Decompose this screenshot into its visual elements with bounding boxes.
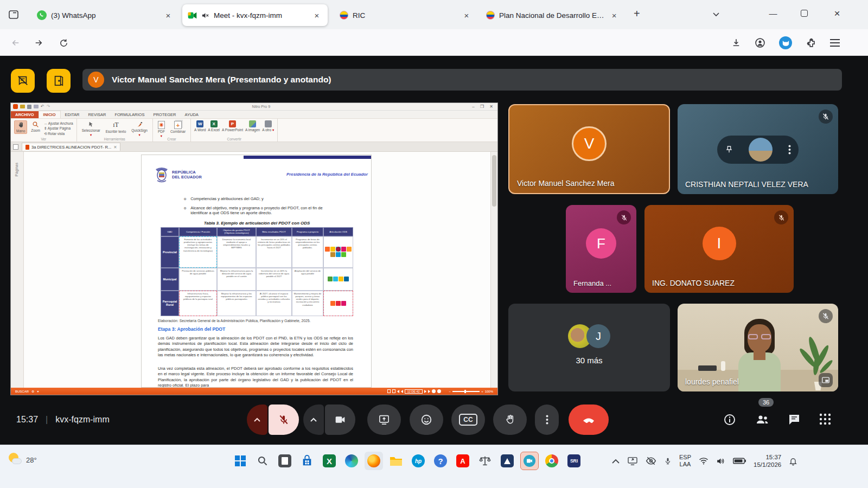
tile-victor[interactable]: V Victor Manuel Sanchez Mera — [508, 104, 670, 194]
extensions-puzzle-icon[interactable] — [803, 35, 819, 51]
buscar-label[interactable]: BUSCAR — [15, 390, 29, 393]
mic-in-use-icon[interactable] — [664, 457, 672, 466]
file-explorer-icon[interactable] — [387, 452, 405, 470]
first-page-icon[interactable] — [397, 390, 399, 393]
get-help-icon[interactable]: ? — [431, 452, 450, 470]
list-tabs-chevron-icon[interactable] — [712, 10, 720, 18]
tab-audio-muted-icon[interactable] — [201, 11, 209, 20]
meeting-details-icon[interactable] — [723, 413, 736, 426]
language-indicator[interactable]: ESPLAA — [679, 454, 691, 468]
layout-icon[interactable] — [387, 389, 391, 393]
downloads-icon[interactable] — [728, 35, 744, 51]
edge-icon[interactable] — [342, 452, 361, 470]
crear-pdf-button[interactable]: ✳ PDF▾ — [156, 120, 167, 139]
notification-bell-icon[interactable] — [789, 457, 797, 466]
close-icon[interactable]: ✕ — [113, 145, 117, 150]
mic-off-button[interactable] — [269, 404, 299, 435]
view-mode-icon[interactable] — [437, 389, 441, 393]
gear-icon[interactable]: ⚙ — [31, 389, 34, 393]
taskbar-weather[interactable]: 28° — [8, 453, 37, 467]
camera-app-active-icon[interactable] — [520, 452, 539, 470]
undo-icon[interactable]: ↶ — [41, 104, 44, 109]
menu-hamburger-icon[interactable] — [827, 35, 843, 51]
more-options-icon[interactable] — [788, 145, 791, 155]
sidebar-toggle-icon[interactable] — [13, 144, 18, 150]
print-icon[interactable] — [34, 105, 39, 108]
present-button[interactable] — [367, 404, 401, 435]
chat-icon[interactable] — [788, 413, 801, 426]
more-options-button[interactable] — [535, 404, 559, 435]
tile-more-participants[interactable]: J 30 más — [508, 304, 670, 391]
start-button-icon[interactable] — [231, 452, 250, 470]
extension-fox-icon[interactable] — [779, 36, 792, 49]
battery-icon[interactable] — [733, 458, 746, 464]
seleccionar-button[interactable]: Seleccionar▾ — [80, 120, 102, 138]
nitro-window-controls[interactable]: – ❒ ✕ — [472, 104, 495, 109]
zoom-in-icon[interactable]: + — [481, 390, 483, 393]
tab-editar[interactable]: EDITAR — [61, 111, 84, 118]
back-icon[interactable] — [8, 35, 24, 51]
close-icon[interactable]: × — [609, 11, 620, 20]
layout-icon[interactable] — [392, 389, 395, 393]
mic-options-chevron-icon[interactable] — [247, 404, 267, 435]
window-restore-button[interactable] — [801, 10, 808, 17]
forward-icon[interactable] — [30, 35, 47, 51]
zoom-out-icon[interactable]: − — [449, 390, 451, 393]
tab-inicio[interactable]: INICIO — [39, 111, 61, 118]
sri-icon[interactable]: SRI — [565, 452, 583, 470]
tray-chevron-icon[interactable] — [612, 459, 620, 464]
reactions-emoji-button[interactable] — [410, 404, 443, 435]
view-mode-icon[interactable] — [432, 389, 436, 393]
ajustar-anchura-button[interactable]: ↔ Ajustar Anchura — [44, 121, 73, 125]
window-close-button[interactable]: × — [828, 8, 846, 20]
annotation-off-icon[interactable] — [11, 69, 35, 93]
next-page-icon[interactable] — [424, 390, 426, 393]
scales-icon[interactable] — [476, 452, 494, 470]
participants-icon[interactable] — [755, 413, 769, 426]
chrome-icon[interactable] — [542, 452, 561, 470]
reload-icon[interactable] — [55, 35, 72, 51]
tile-donato[interactable]: I ING. DONATO SUAREZ — [644, 205, 794, 293]
scrollbar-thumb[interactable] — [492, 155, 496, 207]
vertical-scrollbar[interactable] — [490, 152, 497, 388]
rotar-vista-button[interactable]: ⟲ Rotar vista — [44, 132, 73, 136]
tab-proteger[interactable]: PROTEGER — [149, 111, 180, 118]
firefox-icon[interactable] — [365, 452, 383, 470]
prev-page-icon[interactable] — [401, 390, 403, 393]
tab-plan-nacional[interactable]: Plan Nacional de Desarrollo Ecu × — [481, 4, 625, 26]
a-word-button[interactable]: WA Word — [194, 120, 206, 132]
captions-button[interactable]: CC — [451, 404, 485, 435]
close-icon[interactable]: × — [461, 11, 472, 20]
a-imagen-button[interactable]: A imagen — [245, 120, 260, 132]
combinar-button[interactable]: + Combinar — [169, 120, 187, 134]
speaker-icon[interactable] — [716, 457, 725, 465]
tab-ayuda[interactable]: AYUDA — [181, 111, 203, 118]
zoom-tool-button[interactable]: Zoom — [29, 120, 42, 133]
cast-display-icon[interactable] — [627, 457, 638, 465]
document-tab[interactable]: 3a DIRECTRICES ALINEACION PDOT- R... ✕ — [22, 143, 120, 151]
a-excel-button[interactable]: XA Excel — [208, 120, 220, 132]
a-otro-button[interactable]: A otro ▾ — [262, 120, 274, 132]
firefox-view-icon[interactable] — [5, 7, 22, 23]
tile-fernanda[interactable]: F Fernanda ... — [566, 205, 636, 293]
zoom-slider[interactable] — [452, 391, 480, 392]
tab-formularios[interactable]: FORMULARIOS — [110, 111, 149, 118]
tab-whatsapp[interactable]: (3) WhatsApp × — [31, 4, 179, 26]
page-indicator[interactable]: 12 DE 42 — [405, 389, 423, 394]
excel-icon[interactable]: X — [320, 452, 339, 470]
open-icon[interactable] — [20, 105, 25, 108]
search-icon[interactable] — [253, 452, 272, 470]
tab-ric[interactable]: RIC × — [334, 4, 477, 26]
redo-icon[interactable]: ↷ — [47, 104, 50, 109]
close-icon[interactable]: × — [311, 11, 322, 20]
adobe-acrobat-icon[interactable]: A — [454, 452, 472, 470]
activities-grid-icon[interactable] — [819, 413, 831, 425]
tile-cristhian[interactable]: CRISTHIAN NEPTALI VELEZ VERA — [678, 104, 838, 194]
microsoft-store-icon[interactable] — [298, 452, 316, 470]
ajustar-pagina-button[interactable]: ⇕ Ajustar Página — [44, 126, 73, 131]
filter-chevron-icon[interactable]: ▾ — [37, 389, 39, 393]
tray-clock[interactable]: 15:3715/1/2026 — [754, 453, 781, 468]
a-powerpoint-button[interactable]: PA PowerPoint — [222, 120, 243, 132]
last-page-icon[interactable] — [428, 390, 430, 393]
tab-revisar[interactable]: REVISAR — [84, 111, 110, 118]
